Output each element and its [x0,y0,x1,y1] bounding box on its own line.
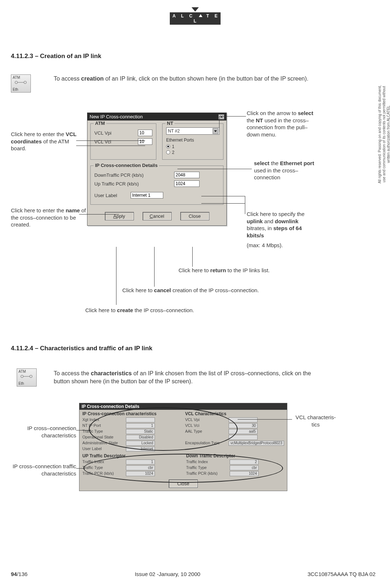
link-icon [14,80,27,85]
vcl-vpi-input[interactable] [138,130,152,136]
icon2-eth-label: Eth [19,381,24,385]
new-ip-cross-connection-dialog: New IP Cross-connection ✕ ATM VCL Vpi VC… [87,113,227,226]
leader-line [116,247,116,305]
ip-details-legend: IP Cross-connection Details [94,163,159,168]
vcl-vci-input[interactable] [138,138,152,145]
atm-eth-icon: ATM Eth [11,74,31,93]
dialog-titlebar: New IP Cross-connection ✕ [87,113,226,121]
atm-eth-icon-2: ATM Eth [17,368,37,387]
ethernet-ports-label: Ethernet Ports [166,138,219,143]
ellipse-annotation [89,407,238,451]
ethernet-port-2-label: 2 [172,150,175,155]
nt-group-legend: NT [165,121,175,126]
atm-group-legend: ATM [94,121,106,126]
ethernet-port-2-radio[interactable] [166,150,170,154]
icon2-atm-label: ATM [19,369,26,373]
section1-intro: To access creation of an IP link, click … [54,75,322,83]
issue-date: Issue 02 -January, 10 2000 [135,571,200,577]
chevron-down-icon[interactable] [213,128,218,134]
ethernet-port-1-label: 1 [172,144,175,149]
down-pcr-label: DownTraffic PCR (kb/s) [94,172,156,178]
leader-line [245,196,245,214]
svg-point-3 [21,375,23,378]
callout-vcl-char: VCL characteris­tics [294,414,337,428]
leader-line [76,146,145,146]
svg-point-1 [24,81,26,84]
up-pcr-label: Up Traffic PCR (kb/s) [94,181,156,187]
callout-create: Click here to create the IP cross–connec… [85,307,194,314]
leader-line [192,247,193,267]
dialog-title: New IP Cross-connection [90,114,143,119]
section-4-11-2-3-heading: 4.11.2.3 – Creation of an IP link [11,53,101,60]
callout-vcl-coords: Click here to enter the VCL coordinates … [11,131,83,152]
callout-name: Click here to enter the name of the cros… [11,207,87,228]
svg-point-4 [30,375,32,378]
callout-ip-char: IP cross–connection characteristics [11,425,76,439]
leader-line [201,196,245,196]
page-number: 94/136 [11,571,28,577]
icon-eth-label: Eth [13,87,18,91]
apply-button[interactable]: AApplypply [105,212,134,220]
section-4-11-2-4-heading: 4.11.2.4 – Characteristics and traffic o… [11,345,152,352]
close-button[interactable]: Close [180,212,209,220]
svg-point-0 [15,81,17,84]
page-footer: 94/136 Issue 02 -January, 10 2000 3CC108… [11,571,375,577]
down-pcr-input[interactable] [174,172,200,178]
leader-line [219,116,246,117]
leader-line [79,214,119,215]
section2-intro: To access the characteristics of an IP l… [54,369,322,385]
leader-line [76,430,91,430]
vcl-vci-label: VCL Vci [94,139,138,144]
nt-selected-value: NT #2 [168,128,180,134]
callout-cancel: Click here to cancel creation of the IP … [122,287,259,294]
leader-line [154,247,155,287]
leader-line [238,419,292,420]
ethernet-port-1-radio[interactable] [166,144,170,148]
vcl-vpi-label: VCL Vpi [94,130,138,136]
user-label-label: User Label [94,193,131,198]
ellipse-annotation [83,454,283,483]
callout-bitrate: Click here to specify the uplink and dow… [247,211,319,249]
link-icon [20,374,33,379]
brand-logo: A L C T E L [170,7,221,25]
leader-line [177,169,252,169]
logo-triangle-icon [192,7,199,12]
cancel-button[interactable]: CancelCancel [143,212,172,220]
user-label-input[interactable] [131,192,163,199]
callout-ethernet-port: select the Ethernet port used in the cro… [254,160,323,181]
nt-select[interactable]: NT #2 [166,127,219,135]
icon-atm-label: ATM [13,75,20,79]
logo-text: A L C T E L [170,12,221,25]
rights-reserved-text: All rights reserved. Passing on and copy… [378,83,390,185]
up-pcr-input[interactable] [174,180,200,187]
leader-line [201,203,245,204]
leader-line [219,116,219,132]
document-id: 3CC10875AAAA TQ BJA 02 [308,571,375,577]
leader-line [76,140,145,141]
callout-return: Click here to return to the IP links lis… [178,267,270,274]
callout-nt-arrow: Click on the arrow to select the NT used… [247,110,319,138]
callout-ip-traffic: IP cross–connection traffic characterist… [11,463,76,477]
